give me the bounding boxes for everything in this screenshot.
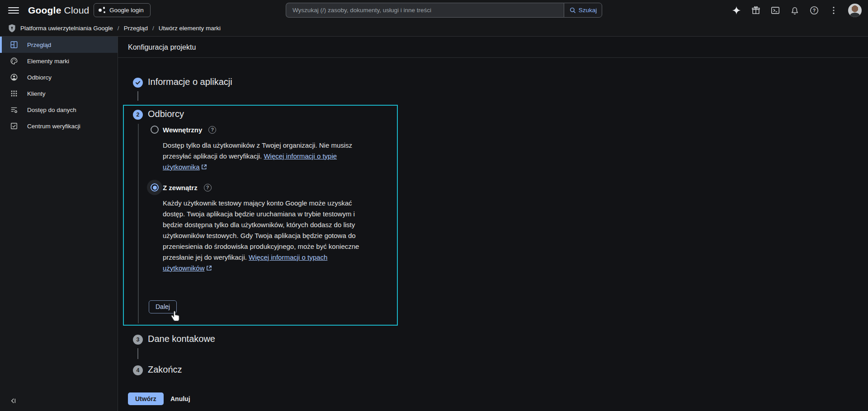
external-description: Każdy użytkownik testowy mający konto Go…	[163, 198, 368, 274]
step3-label: Dane kontakowe	[148, 334, 215, 344]
create-button[interactable]: Utwórz	[128, 392, 164, 405]
google-cloud-console: Google Cloud Google login Szukaj	[0, 0, 868, 411]
page-title-bar: Konfiguracja projektu	[118, 37, 868, 58]
step-connector	[137, 348, 138, 359]
radio-z-zewnatrz-label[interactable]: Z zewnątrz	[163, 184, 198, 191]
collapse-sidebar-icon[interactable]	[8, 396, 18, 406]
page-title: Konfiguracja projektu	[128, 37, 196, 58]
sidebar-item-elementy-marki[interactable]: Elementy marki	[0, 53, 118, 69]
step1-label: Informacje o aplikacji	[148, 77, 232, 87]
breadcrumb: Platforma uwierzytelniania Google / Prze…	[0, 20, 868, 37]
sidebar-item-klienty[interactable]: Klienty	[0, 85, 118, 102]
breadcrumb-separator: /	[118, 25, 119, 32]
breadcrumb-section[interactable]: Przegląd	[124, 25, 148, 32]
global-search: Szukaj	[286, 3, 602, 18]
auth-platform-shield-icon	[8, 24, 16, 33]
breadcrumb-current-page: Utwórz elementy marki	[159, 25, 221, 32]
help-icon[interactable]: ?	[809, 5, 819, 15]
sidebar-item-label: Klienty	[27, 90, 46, 97]
search-button[interactable]: Szukaj	[564, 3, 602, 18]
logo-google-text: Google	[28, 5, 61, 16]
search-button-label: Szukaj	[579, 7, 597, 14]
next-button[interactable]: Dalej	[149, 300, 177, 313]
cloud-shell-icon[interactable]	[770, 5, 780, 15]
step2-number: 2	[133, 110, 143, 120]
main-content: Konfiguracja projektu Informacje o aplik…	[118, 37, 868, 411]
cancel-button[interactable]: Anuluj	[164, 392, 197, 405]
gemini-sparkle-icon[interactable]	[731, 5, 741, 15]
branding-palette-icon	[10, 57, 18, 65]
sidebar-item-label: Przegląd	[27, 42, 51, 48]
sidebar-item-label: Centrum weryfikacji	[27, 123, 80, 130]
internal-description: Dostęp tylko dla użytkowników z Twojej o…	[163, 140, 368, 173]
notifications-bell-icon[interactable]	[790, 5, 800, 15]
top-right-icons: ?	[731, 0, 862, 20]
step2-label: Odbiorcy	[148, 109, 184, 119]
sidebar-item-centrum-weryfikacji[interactable]: Centrum weryfikacji	[0, 118, 118, 134]
verification-check-icon	[10, 122, 18, 130]
sidebar-item-przeglad[interactable]: Przegląd	[0, 37, 118, 53]
search-input[interactable]	[286, 3, 564, 18]
svg-text:?: ?	[813, 7, 816, 13]
user-avatar[interactable]	[848, 4, 862, 17]
gifts-icon[interactable]	[751, 5, 761, 15]
breadcrumb-separator: /	[152, 25, 154, 32]
step-connector	[138, 124, 139, 323]
project-selector-button[interactable]: Google login	[94, 3, 151, 17]
more-options-icon[interactable]	[829, 5, 839, 15]
option-internal-row: Wewnętrzny ?	[163, 125, 216, 134]
radio-z-zewnatrz[interactable]	[151, 183, 159, 191]
sidebar-item-odbiorcy[interactable]: Odbiorcy	[0, 69, 118, 85]
data-access-icon	[10, 106, 18, 114]
step-connector	[137, 91, 138, 101]
external-link-icon	[201, 162, 207, 173]
step1-completed-icon	[133, 78, 143, 88]
clients-grid-icon	[10, 89, 18, 98]
external-link-icon	[206, 263, 212, 274]
sidebar-item-dostep-do-danych[interactable]: Dostęp do danych	[0, 102, 118, 118]
option-external-row: Z zewnątrz ?	[163, 183, 212, 192]
sidebar-item-label: Elementy marki	[27, 58, 69, 65]
help-icon[interactable]: ?	[204, 184, 212, 191]
external-description-text: Każdy użytkownik testowy mający konto Go…	[163, 199, 359, 261]
project-icon	[99, 7, 105, 14]
audience-person-icon	[10, 73, 18, 81]
left-nav-sidebar: Przegląd Elementy marki Odbiorcy Klienty…	[0, 37, 118, 411]
top-app-bar: Google Cloud Google login Szukaj	[0, 0, 868, 20]
radio-wewnetrzny-label[interactable]: Wewnętrzny	[163, 126, 202, 134]
main-menu-icon[interactable]	[7, 5, 20, 16]
logo-cloud-text: Cloud	[64, 5, 90, 16]
step3-number: 3	[133, 335, 143, 345]
google-cloud-logo[interactable]: Google Cloud	[28, 0, 89, 20]
project-name: Google login	[109, 7, 144, 14]
step4-label: Zakończ	[148, 364, 182, 375]
overview-icon	[10, 41, 18, 49]
step4-number: 4	[133, 365, 143, 375]
sidebar-item-label: Odbiorcy	[27, 74, 52, 81]
search-icon	[569, 7, 576, 14]
help-icon[interactable]: ?	[208, 126, 216, 134]
step2-active-section: 2 Odbiorcy Wewnętrzny ? Dostęp tylko dla…	[123, 105, 398, 326]
sidebar-item-label: Dostęp do danych	[27, 107, 76, 113]
breadcrumb-app[interactable]: Platforma uwierzytelniania Google	[20, 25, 113, 32]
radio-wewnetrzny[interactable]	[151, 126, 159, 134]
